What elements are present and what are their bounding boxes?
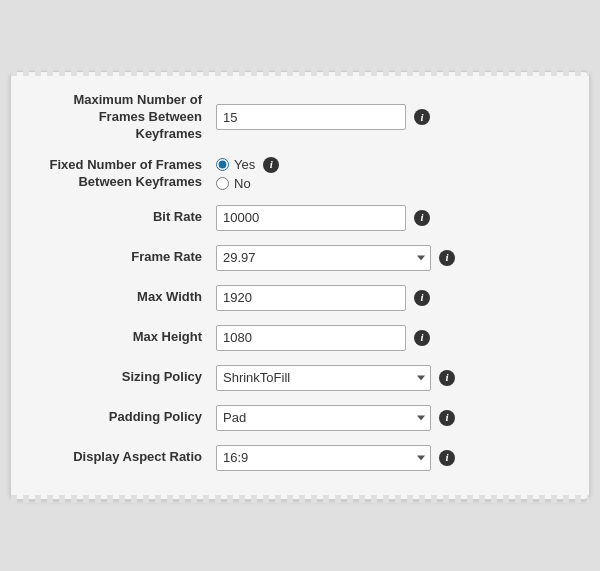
display-aspect-ratio-select-wrapper: auto 1:1 4:3 3:2 16:9 xyxy=(216,445,431,471)
bit-rate-info-icon[interactable]: i xyxy=(414,210,430,226)
display-aspect-ratio-label: Display Aspect Ratio xyxy=(41,449,216,466)
fixed-frames-no-radio[interactable] xyxy=(216,177,229,190)
max-frames-label: Maximum Number of Frames Between Keyfram… xyxy=(41,92,216,143)
bit-rate-row: Bit Rate i xyxy=(41,205,559,231)
display-aspect-ratio-select[interactable]: auto 1:1 4:3 3:2 16:9 xyxy=(216,445,431,471)
bit-rate-input[interactable] xyxy=(216,205,406,231)
fixed-frames-row: Fixed Number of Frames Between Keyframes… xyxy=(41,157,559,191)
padding-policy-control: Pad NoPad i xyxy=(216,405,559,431)
padding-policy-label: Padding Policy xyxy=(41,409,216,426)
padding-policy-row: Padding Policy Pad NoPad i xyxy=(41,405,559,431)
fixed-frames-yes-radio[interactable] xyxy=(216,158,229,171)
max-width-input[interactable] xyxy=(216,285,406,311)
frame-rate-label: Frame Rate xyxy=(41,249,216,266)
padding-policy-info-icon[interactable]: i xyxy=(439,410,455,426)
max-frames-control: i xyxy=(216,104,559,130)
max-height-label: Max Height xyxy=(41,329,216,346)
padding-policy-select-wrapper: Pad NoPad xyxy=(216,405,431,431)
fixed-frames-yes-option[interactable]: Yes xyxy=(216,157,255,172)
max-height-control: i xyxy=(216,325,559,351)
sizing-policy-control: ShrinkToFill Fit Fill Stretch Keep i xyxy=(216,365,559,391)
frame-rate-row: Frame Rate 23.976 24 25 29.97 30 50 59.9… xyxy=(41,245,559,271)
sizing-policy-select[interactable]: ShrinkToFill Fit Fill Stretch Keep xyxy=(216,365,431,391)
max-width-info-icon[interactable]: i xyxy=(414,290,430,306)
fixed-frames-no-option[interactable]: No xyxy=(216,176,255,191)
max-frames-input[interactable] xyxy=(216,104,406,130)
max-frames-row: Maximum Number of Frames Between Keyfram… xyxy=(41,92,559,143)
fixed-frames-control: Yes No i xyxy=(216,157,559,191)
bit-rate-label: Bit Rate xyxy=(41,209,216,226)
fixed-frames-no-label: No xyxy=(234,176,251,191)
fixed-frames-label: Fixed Number of Frames Between Keyframes xyxy=(41,157,216,191)
display-aspect-ratio-info-icon[interactable]: i xyxy=(439,450,455,466)
max-width-control: i xyxy=(216,285,559,311)
max-height-input[interactable] xyxy=(216,325,406,351)
sizing-policy-row: Sizing Policy ShrinkToFill Fit Fill Stre… xyxy=(41,365,559,391)
padding-policy-select[interactable]: Pad NoPad xyxy=(216,405,431,431)
max-frames-info-icon[interactable]: i xyxy=(414,109,430,125)
max-width-row: Max Width i xyxy=(41,285,559,311)
frame-rate-control: 23.976 24 25 29.97 30 50 59.94 60 i xyxy=(216,245,559,271)
bit-rate-control: i xyxy=(216,205,559,231)
max-height-row: Max Height i xyxy=(41,325,559,351)
fixed-frames-radio-group: Yes No xyxy=(216,157,255,191)
max-width-label: Max Width xyxy=(41,289,216,306)
display-aspect-ratio-row: Display Aspect Ratio auto 1:1 4:3 3:2 16… xyxy=(41,445,559,471)
frame-rate-select-wrapper: 23.976 24 25 29.97 30 50 59.94 60 xyxy=(216,245,431,271)
frame-rate-info-icon[interactable]: i xyxy=(439,250,455,266)
sizing-policy-label: Sizing Policy xyxy=(41,369,216,386)
radio-info-group: Yes No i xyxy=(216,157,279,191)
fixed-frames-info-icon[interactable]: i xyxy=(263,157,279,173)
sizing-policy-select-wrapper: ShrinkToFill Fit Fill Stretch Keep xyxy=(216,365,431,391)
settings-panel: Maximum Number of Frames Between Keyfram… xyxy=(10,71,590,500)
display-aspect-ratio-control: auto 1:1 4:3 3:2 16:9 i xyxy=(216,445,559,471)
fixed-frames-yes-label: Yes xyxy=(234,157,255,172)
frame-rate-select[interactable]: 23.976 24 25 29.97 30 50 59.94 60 xyxy=(216,245,431,271)
sizing-policy-info-icon[interactable]: i xyxy=(439,370,455,386)
max-height-info-icon[interactable]: i xyxy=(414,330,430,346)
